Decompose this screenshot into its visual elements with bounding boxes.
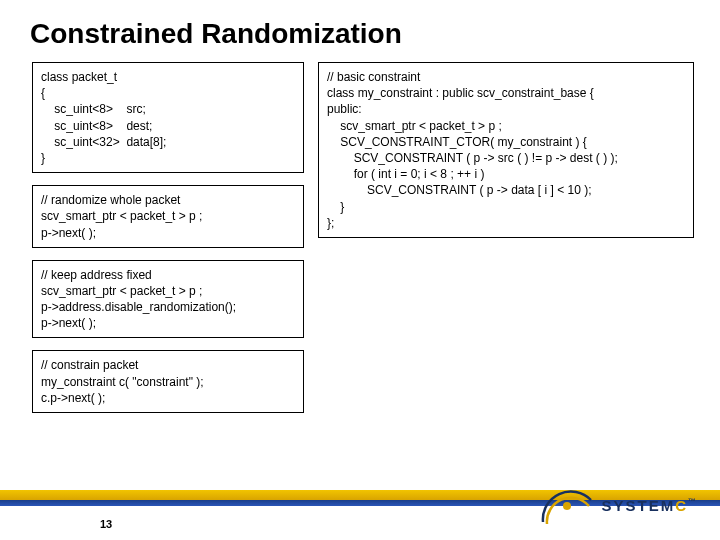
code-box-constrain-packet: // constrain packet my_constraint c( "co…: [32, 350, 304, 413]
systemc-logo: SYSTEMC™: [539, 484, 696, 526]
slide-title: Constrained Randomization: [0, 0, 720, 50]
logo-arc-icon: [539, 484, 595, 526]
logo-text-system: SYSTEM: [601, 497, 675, 514]
left-column: class packet_t { sc_uint<8> src; sc_uint…: [32, 62, 304, 413]
code-box-keep-address-fixed: // keep address fixed scv_smart_ptr < pa…: [32, 260, 304, 339]
logo-tm: ™: [688, 497, 696, 506]
code-box-randomize-whole: // randomize whole packet scv_smart_ptr …: [32, 185, 304, 248]
right-column: // basic constraint class my_constraint …: [318, 62, 694, 413]
svg-point-0: [563, 502, 571, 510]
code-box-packet-class: class packet_t { sc_uint<8> src; sc_uint…: [32, 62, 304, 173]
code-box-basic-constraint: // basic constraint class my_constraint …: [318, 62, 694, 238]
logo-text-c: C: [675, 497, 688, 514]
footer: 13 SYSTEMC™: [0, 484, 720, 540]
page-number: 13: [100, 518, 112, 530]
content-area: class packet_t { sc_uint<8> src; sc_uint…: [0, 50, 720, 413]
logo-text: SYSTEMC™: [601, 497, 696, 514]
